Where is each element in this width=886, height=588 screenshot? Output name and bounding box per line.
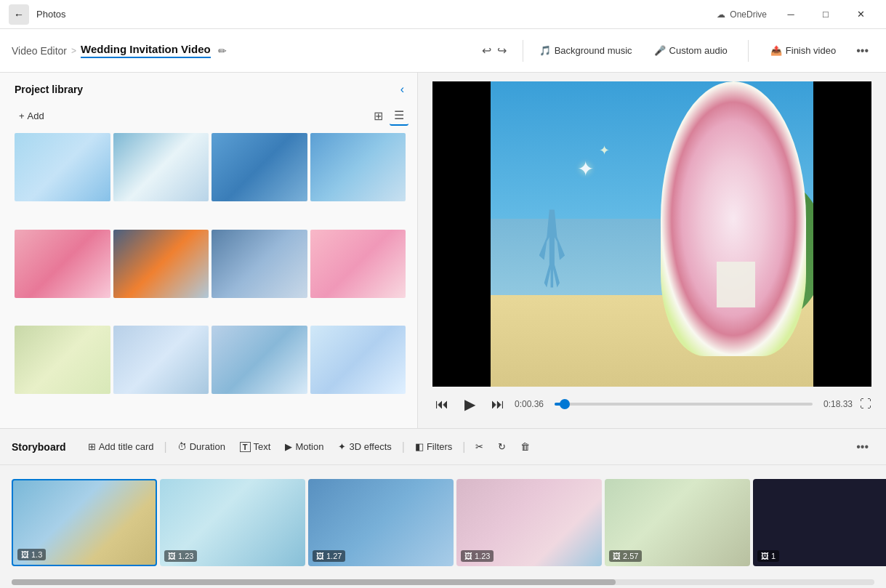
finish-video-label: Finish video [786, 45, 836, 56]
scene-flowers [661, 81, 806, 356]
3d-effects-button[interactable]: ✦ 3D effects [331, 438, 398, 456]
storyboard-area: Storyboard ⊞ Add title card | ⏱ Duration… [0, 428, 886, 588]
library-toolbar: + Add ⊞ ☰ [15, 106, 408, 126]
library-grid [15, 133, 408, 419]
storyboard-more-button[interactable]: ••• [850, 438, 874, 456]
edit-pen-icon[interactable]: ✏ [218, 45, 227, 57]
storyboard-item-label: 🖼 2.57 [609, 550, 642, 562]
toolbar-more-button[interactable]: ••• [850, 41, 874, 60]
trim-icon: ✂ [475, 441, 483, 452]
video-controls: ⏮ ▶ ⏭ 0:00.36 0:18.33 ⛶ [432, 387, 871, 416]
breadcrumb: Video Editor > Wedding Invitation Video … [12, 43, 227, 58]
music-icon: 🎵 [539, 45, 551, 56]
minimize-button[interactable]: ─ [774, 0, 808, 29]
storyboard-item-duration: 2.57 [623, 552, 638, 560]
list-item[interactable] [212, 230, 307, 298]
undo-button[interactable]: ↩ [482, 44, 491, 57]
library-list-view-button[interactable]: ☰ [390, 106, 408, 126]
list-item[interactable] [15, 326, 110, 394]
motion-button[interactable]: ▶ Motion [278, 438, 331, 456]
progress-slider[interactable] [555, 397, 813, 411]
motion-label: Motion [295, 441, 323, 452]
back-icon: ← [14, 9, 24, 20]
trim-button[interactable]: ✂ [468, 438, 491, 456]
finish-video-button[interactable]: 📤 Finish video [760, 41, 846, 60]
list-item[interactable] [310, 326, 406, 394]
storyboard-scrollbar[interactable] [12, 579, 874, 585]
list-item[interactable] [113, 133, 209, 201]
list-item[interactable] [212, 133, 307, 201]
speed-button[interactable]: ↻ [491, 438, 513, 456]
list-item[interactable] [212, 326, 307, 394]
storyboard-sep-1: | [164, 440, 167, 454]
custom-audio-label: Custom audio [669, 45, 728, 56]
list-item[interactable] [15, 230, 110, 298]
list-item[interactable] [310, 230, 406, 298]
add-label: Add [28, 110, 44, 121]
app-name: Photos [36, 9, 65, 20]
duration-label: Duration [190, 441, 225, 452]
library-grid-view-button[interactable]: ⊞ [369, 106, 387, 126]
breadcrumb-link[interactable]: Video Editor [12, 45, 67, 57]
image-icon: 🖼 [21, 550, 29, 559]
step-back-button[interactable]: ⏮ [432, 394, 451, 415]
titlebar: ← Photos ☁ OneDrive ─ □ ✕ [0, 0, 886, 29]
scene-pedestal [717, 262, 755, 307]
play-button[interactable]: ▶ [459, 392, 481, 416]
storyboard-item[interactable]: 🖼 2.57 [605, 479, 750, 566]
chevron-left-icon: ‹ [400, 83, 404, 95]
onedrive-area: ☁ OneDrive [717, 9, 767, 20]
library-add-button[interactable]: + Add [15, 108, 49, 124]
fullscreen-icon: ⛶ [860, 398, 871, 410]
storyboard-item-label: 🖼 1.3 [17, 549, 46, 560]
image-icon: 🖼 [316, 552, 324, 560]
maximize-button[interactable]: □ [809, 0, 842, 29]
close-button[interactable]: ✕ [844, 0, 877, 29]
storyboard-scrollbar-thumb [12, 579, 616, 585]
background-music-label: Background music [555, 45, 632, 56]
slider-thumb[interactable] [560, 399, 570, 409]
fullscreen-button[interactable]: ⛶ [860, 398, 871, 411]
filters-label: Filters [427, 441, 452, 452]
video-scene [491, 81, 813, 387]
filters-icon: ◧ [415, 441, 424, 452]
custom-audio-button[interactable]: 🎤 Custom audio [645, 41, 736, 60]
text-icon: T [240, 442, 251, 452]
motion-icon: ▶ [285, 441, 292, 452]
list-item[interactable] [310, 133, 406, 201]
window-controls: ─ □ ✕ [774, 0, 877, 29]
video-black-bar-right [813, 81, 871, 387]
storyboard-item-duration: 1.27 [326, 552, 342, 560]
background-music-button[interactable]: 🎵 Background music [531, 41, 641, 60]
storyboard-item-label: 🖼 1 [757, 550, 779, 562]
redo-button[interactable]: ↪ [497, 44, 507, 57]
total-time: 0:18.33 [820, 399, 853, 409]
speed-icon: ↻ [498, 441, 506, 452]
storyboard-item-dark[interactable]: 🖼 1 [753, 479, 886, 566]
step-forward-button[interactable]: ⏭ [488, 394, 507, 415]
add-title-card-button[interactable]: ⊞ Add title card [81, 438, 161, 456]
storyboard-item[interactable]: 🖼 1.27 [308, 479, 454, 566]
storyboard-item[interactable]: 🖼 1.23 [456, 479, 602, 566]
list-item[interactable] [113, 230, 209, 298]
more-icon: ••• [856, 440, 869, 453]
list-item[interactable] [15, 133, 110, 201]
titlecard-icon: ⊞ [88, 441, 96, 452]
duration-button[interactable]: ⏱ Duration [170, 438, 233, 456]
storyboard-item[interactable]: 🖼 1.23 [160, 479, 305, 566]
storyboard-item[interactable]: 🖼 1.3 [12, 479, 157, 566]
toolbar-divider-1 [523, 40, 523, 62]
storyboard-item-label: 🖼 1.27 [313, 550, 345, 562]
delete-button[interactable]: 🗑 [513, 438, 537, 456]
storyboard-sep-3: | [462, 440, 465, 454]
image-icon: 🖼 [613, 552, 621, 560]
back-button[interactable]: ← [9, 4, 29, 25]
text-button[interactable]: T Text [233, 438, 278, 456]
toolbar-divider-2 [748, 40, 749, 62]
filters-button[interactable]: ◧ Filters [408, 438, 459, 456]
next-frame-icon: ⏭ [491, 397, 504, 411]
project-library-panel: Project library ‹ + Add ⊞ ☰ [0, 73, 418, 428]
storyboard-toolbar: Storyboard ⊞ Add title card | ⏱ Duration… [0, 429, 886, 465]
list-item[interactable] [113, 326, 209, 394]
library-collapse-button[interactable]: ‹ [396, 81, 408, 97]
